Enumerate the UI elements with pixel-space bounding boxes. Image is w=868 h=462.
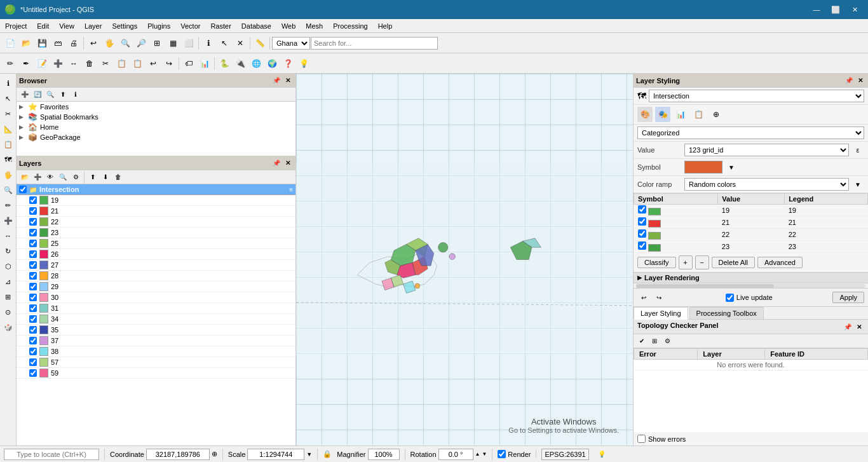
apply-button[interactable]: Apply	[832, 292, 864, 303]
tip-btn[interactable]: 💡	[296, 56, 311, 71]
live-update-checkbox[interactable]	[726, 294, 734, 302]
group-checkbox[interactable]	[19, 186, 27, 193]
delete-all-button[interactable]: Delete All	[712, 257, 755, 268]
render-type-combo[interactable]: Categorized	[637, 126, 864, 139]
filter-layer-btn[interactable]: 🔍	[57, 172, 69, 183]
menu-item-view[interactable]: View	[54, 21, 79, 31]
topology-close-btn[interactable]: ✕	[854, 322, 864, 332]
redo-btn[interactable]: ↪	[161, 56, 177, 71]
layer-check-28[interactable]	[29, 272, 37, 280]
browser-refresh-btn[interactable]: 🔄	[32, 89, 43, 100]
menu-item-project[interactable]: Project	[0, 21, 32, 31]
menu-item-database[interactable]: Database	[236, 21, 276, 31]
zoom-in-btn[interactable]: 🔍	[118, 36, 133, 51]
layer-item-22[interactable]: 22	[17, 217, 295, 228]
layer-check-35[interactable]	[29, 326, 37, 334]
browser-pin-btn[interactable]: 📌	[271, 76, 281, 86]
styling-pin-btn[interactable]: 📌	[844, 76, 854, 86]
show-hide-btn[interactable]: 👁	[44, 172, 56, 183]
layer-check-38[interactable]	[29, 348, 37, 355]
edit-btn[interactable]: 📝	[34, 56, 50, 71]
layer-options-btn[interactable]: ⚙	[70, 172, 81, 183]
layer-item-59[interactable]: 59	[17, 368, 295, 379]
layer-check-21[interactable]	[29, 207, 37, 215]
layers-pin-btn[interactable]: 📌	[271, 158, 281, 168]
layer-check-34[interactable]	[29, 315, 37, 323]
add-layer-btn[interactable]: ➕	[32, 172, 43, 183]
copy-btn[interactable]: 📋	[114, 56, 129, 71]
validate-extent-btn[interactable]: ⊞	[649, 336, 660, 347]
layer-item-19[interactable]: 19	[17, 195, 295, 206]
menu-item-settings[interactable]: Settings	[107, 21, 142, 31]
rotation-input[interactable]	[438, 449, 473, 460]
layer-check-27[interactable]	[29, 261, 37, 269]
legend-row-22[interactable]: 22 22	[634, 229, 868, 241]
point-displacement-btn[interactable]: ⊕	[709, 107, 724, 122]
zoom-layer-btn[interactable]: ▦	[165, 36, 180, 51]
measure-tool[interactable]: 📐	[1, 122, 15, 136]
menu-item-edit[interactable]: Edit	[32, 21, 54, 31]
save-project-btn[interactable]: 💾	[34, 36, 50, 51]
layer-check-25[interactable]	[29, 240, 37, 247]
menu-item-processing[interactable]: Processing	[328, 21, 372, 31]
zoom-full-btn[interactable]: ⊞	[149, 36, 165, 51]
pan-btn[interactable]: 🖐	[102, 36, 117, 51]
undo-style-btn[interactable]: ↩	[637, 291, 650, 304]
epsg-item[interactable]: EPSG:26391	[541, 449, 588, 460]
select-btn[interactable]: ↖	[217, 36, 232, 51]
value-field-combo[interactable]: 123 grid_id	[684, 144, 849, 156]
location-filter-combo[interactable]: Ghana	[272, 37, 310, 50]
pan-tool[interactable]: 🖐	[1, 168, 15, 182]
legend-check-23[interactable]	[638, 241, 646, 250]
show-errors-checkbox[interactable]	[637, 435, 646, 443]
layer-item-28[interactable]: 28	[17, 271, 295, 282]
browser-bookmarks[interactable]: ▶ 📚 Spatial Bookmarks	[17, 112, 295, 122]
remove-layer-btn[interactable]: 🗑	[112, 172, 124, 183]
browser-geopackage[interactable]: ▶ 📦 GeoPackage	[17, 132, 295, 142]
menu-item-web[interactable]: Web	[276, 21, 301, 31]
styling-close-btn[interactable]: ✕	[855, 76, 865, 86]
merge-tool[interactable]: ⊞	[1, 290, 15, 304]
delete-class-button[interactable]: −	[695, 255, 709, 269]
help-btn[interactable]: ❓	[280, 56, 295, 71]
diagram-btn[interactable]: 📊	[197, 56, 212, 71]
search-input[interactable]	[311, 37, 438, 50]
minimize-button[interactable]: —	[808, 3, 825, 16]
browser-add-btn[interactable]: ➕	[19, 89, 31, 100]
layer-item-30[interactable]: 30	[17, 292, 295, 303]
delete-selected-btn[interactable]: 🗑	[82, 56, 97, 71]
layer-item-57[interactable]: 57	[17, 357, 295, 368]
menu-item-plugins[interactable]: Plugins	[142, 21, 175, 31]
expression-btn[interactable]: ε	[851, 144, 864, 156]
ring-tool[interactable]: ⊙	[1, 305, 15, 319]
configure-btn[interactable]: ⚙	[661, 336, 673, 347]
single-symbol-btn[interactable]: 🎨	[637, 107, 653, 122]
scale-input[interactable]	[247, 449, 304, 460]
undo2-btn[interactable]: ↩	[146, 56, 161, 71]
identify-btn[interactable]: ℹ	[201, 36, 216, 51]
magnifier-input[interactable]	[368, 449, 400, 460]
menu-item-mesh[interactable]: Mesh	[301, 21, 328, 31]
layer-check-26[interactable]	[29, 250, 37, 258]
layer-check-59[interactable]	[29, 369, 37, 377]
layer-check-31[interactable]	[29, 304, 37, 312]
current-edits-btn[interactable]: ✏	[3, 56, 18, 71]
validate-btn[interactable]: ✔	[636, 336, 648, 347]
rotate-tool[interactable]: ↻	[1, 244, 15, 258]
layer-group-intersection[interactable]: 📁 Intersection ≡	[17, 184, 295, 195]
move-btn[interactable]: ↔	[66, 56, 81, 71]
menu-item-layer[interactable]: Layer	[79, 21, 107, 31]
layer-item-34[interactable]: 34	[17, 314, 295, 325]
split-tool[interactable]: ⊿	[1, 275, 15, 289]
redo-style-btn[interactable]: ↪	[653, 291, 665, 304]
color-ramp-combo[interactable]: Random colors	[684, 178, 849, 191]
plugin3-btn[interactable]: 🌍	[264, 56, 280, 71]
legend-check-21[interactable]	[638, 217, 646, 226]
label-btn[interactable]: 🏷	[181, 56, 196, 71]
render-checkbox[interactable]	[498, 450, 506, 458]
layer-check-29[interactable]	[29, 283, 37, 290]
browser-home[interactable]: ▶ 🏠 Home	[17, 122, 295, 132]
deselect-btn[interactable]: ✕	[233, 36, 248, 51]
print-btn[interactable]: 🖨	[66, 36, 81, 51]
layer-check-57[interactable]	[29, 358, 37, 366]
